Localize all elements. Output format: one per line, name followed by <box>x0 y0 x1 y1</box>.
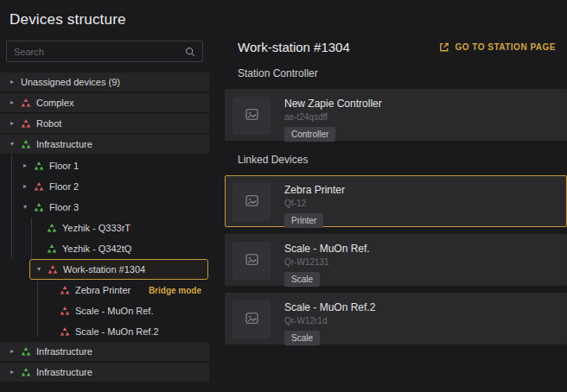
tree-item-label: Yezhik - Q333rT <box>62 223 131 233</box>
card-body: Zebra Printer Qf-12 Printer <box>284 183 345 219</box>
device-title: Scale - MuOn Ref.2 <box>284 301 375 313</box>
tree-item-label: Unassigned devices (9) <box>21 77 120 87</box>
device-tree: ▸ Unassigned devices (9) ▸ Complex ▸ <box>0 73 209 382</box>
device-cluster-icon <box>34 203 44 212</box>
device-id: Qr-W12131 <box>284 257 370 267</box>
chevron-icon[interactable]: ▾ <box>23 204 34 211</box>
tree-item-label: Scale - MuOn Ref.2 <box>75 326 159 337</box>
tree-item[interactable]: ▸ Floor 2 <box>0 176 209 197</box>
device-cluster-icon <box>47 244 57 254</box>
chevron-icon[interactable]: ▾ <box>37 266 48 273</box>
device-id: ae-t24qsdff <box>284 112 382 122</box>
tree-item-label: Infrastructure <box>36 346 92 357</box>
tree-item-label: Floor 3 <box>49 202 79 212</box>
chevron-icon[interactable]: ▸ <box>10 348 21 355</box>
tree-item[interactable]: ▸ Robot <box>0 114 209 133</box>
tree-item-label: Zebra Printer <box>75 285 131 295</box>
tree-item-label: Robot <box>36 118 61 129</box>
device-thumbnail <box>233 242 271 280</box>
image-placeholder-icon <box>245 252 259 270</box>
chevron-icon[interactable]: ▾ <box>10 141 21 148</box>
device-cluster-icon <box>47 224 57 233</box>
tree-item-label: Infrastructure <box>36 367 92 377</box>
go-to-station-page-link[interactable]: GO TO STATION PAGE <box>438 41 556 53</box>
device-card[interactable]: Zebra Printer Qf-12 Printer <box>225 175 567 227</box>
section-label: Station Controller <box>238 67 567 79</box>
device-type-badge: Printer <box>284 213 323 228</box>
device-cluster-icon <box>21 347 31 357</box>
device-thumbnail <box>233 97 271 135</box>
device-thumbnail <box>233 300 271 338</box>
card-list: New Zapie Controller ae-t24qsdff Control… <box>225 89 567 141</box>
device-type-badge: Scale <box>284 272 320 287</box>
chevron-icon[interactable]: ▸ <box>10 99 21 106</box>
tree-item-label: Yezhik - Q342tQ <box>62 243 131 254</box>
device-cluster-icon <box>34 161 44 171</box>
card-body: Scale - MuOn Ref. Qr-W12131 Scale <box>284 242 370 278</box>
station-detail-panel: Work-station #1304 GO TO STATION PAGE St… <box>225 0 567 351</box>
external-link-icon <box>438 41 449 53</box>
search-box <box>6 41 203 62</box>
tree-item-label: Floor 2 <box>49 181 79 192</box>
chevron-icon[interactable]: ▸ <box>10 120 21 127</box>
tree-item[interactable]: ▾ Work-station #1304 <box>29 259 208 280</box>
device-type-badge: Scale <box>284 331 320 345</box>
tree-item[interactable]: Scale - MuOn Ref. <box>0 300 209 321</box>
chevron-icon[interactable]: ▸ <box>10 79 21 85</box>
device-cluster-icon <box>34 182 44 192</box>
tree-item[interactable]: ▸ Complex <box>0 93 209 112</box>
card-list: Zebra Printer Qf-12 Printer Scale - MuOn… <box>225 175 567 345</box>
detail-title: Work-station #1304 <box>238 40 350 54</box>
device-title: Zebra Printer <box>284 184 345 196</box>
device-cluster-icon <box>21 140 31 149</box>
device-type-badge: Controller <box>284 127 335 142</box>
tree-item-label: Floor 1 <box>49 161 79 171</box>
chevron-icon[interactable]: ▸ <box>23 183 34 190</box>
tree-item[interactable]: Scale - MuOn Ref.2 <box>0 321 209 342</box>
device-id: Qr-W12r1d <box>284 316 375 326</box>
device-section: Linked Devices Zebra Printer Qf-12 Print… <box>225 154 567 345</box>
tree-item[interactable]: ▸ Infrastructure <box>0 342 209 361</box>
chevron-icon[interactable]: ▸ <box>10 369 21 376</box>
device-cluster-icon <box>21 119 31 129</box>
tree-item[interactable]: ▸ Infrastructure <box>0 363 209 382</box>
devices-sidebar: Devices structure ▸ Unassigned devices (… <box>0 0 209 383</box>
device-title: New Zapie Controller <box>284 98 382 110</box>
device-card[interactable]: Scale - MuOn Ref. Qr-W12131 Scale <box>225 234 567 286</box>
device-section: Station Controller New Zapie Controller … <box>225 67 567 141</box>
sections-container: Station Controller New Zapie Controller … <box>225 67 567 345</box>
section-label: Linked Devices <box>238 154 567 166</box>
tree-item[interactable]: ▸ Floor 1 <box>0 155 209 176</box>
device-thumbnail <box>233 183 271 221</box>
device-cluster-icon <box>21 98 31 108</box>
detail-header: Work-station #1304 GO TO STATION PAGE <box>238 40 556 54</box>
bridge-mode-badge: Bridge mode <box>149 286 201 295</box>
tree-item[interactable]: ▾ Infrastructure <box>0 135 209 154</box>
device-cluster-icon <box>48 265 58 275</box>
search-input[interactable] <box>7 47 185 57</box>
tree-item[interactable]: ▾ Floor 3 <box>0 197 209 218</box>
image-placeholder-icon <box>245 193 259 212</box>
device-cluster-icon <box>60 286 70 295</box>
page-title: Devices structure <box>0 0 209 38</box>
tree-item-label: Scale - MuOn Ref. <box>75 306 153 316</box>
device-cluster-icon <box>21 368 31 377</box>
tree-item[interactable]: Zebra Printer Bridge mode <box>0 280 209 300</box>
go-to-station-page-label: GO TO STATION PAGE <box>455 42 556 52</box>
device-cluster-icon <box>60 327 70 337</box>
device-card[interactable]: New Zapie Controller ae-t24qsdff Control… <box>225 89 567 141</box>
tree-item[interactable]: ▸ Unassigned devices (9) <box>0 73 209 92</box>
image-placeholder-icon <box>245 107 259 125</box>
device-title: Scale - MuOn Ref. <box>284 243 370 255</box>
tree-item-label: Infrastructure <box>36 139 92 149</box>
device-id: Qf-12 <box>284 199 345 208</box>
tree-item[interactable]: Yezhik - Q342tQ <box>0 238 209 259</box>
device-cluster-icon <box>60 307 70 316</box>
device-card[interactable]: Scale - MuOn Ref.2 Qr-W12r1d Scale <box>225 293 567 345</box>
card-body: Scale - MuOn Ref.2 Qr-W12r1d Scale <box>284 300 375 337</box>
tree-item[interactable]: Yezhik - Q333rT <box>0 218 209 238</box>
image-placeholder-icon <box>245 311 259 329</box>
card-body: New Zapie Controller ae-t24qsdff Control… <box>284 97 382 133</box>
chevron-icon[interactable]: ▸ <box>23 162 34 169</box>
search-icon <box>185 47 195 57</box>
